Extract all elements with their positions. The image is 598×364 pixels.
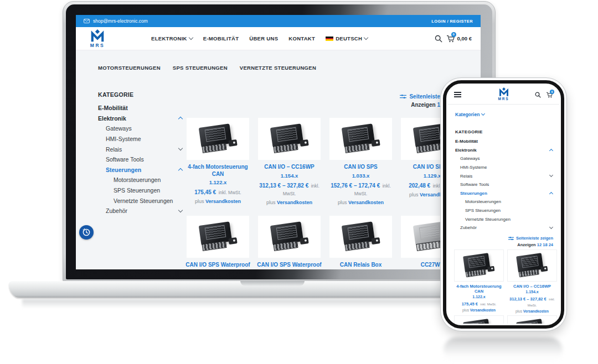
- product-image[interactable]: [507, 315, 557, 324]
- nav-item-elektronik[interactable]: ELEKTRONIK: [151, 35, 193, 41]
- device-photo: [340, 221, 382, 252]
- category-subnav: MOTORSTEUERUNGEN SPS STEUERUNGEN VERNETZ…: [98, 65, 316, 71]
- product-name-link[interactable]: 4-fach Motorsteuerung CAN: [453, 284, 504, 294]
- search-icon[interactable]: [535, 92, 541, 98]
- sidebar-item-zubehoer[interactable]: Zubehör: [98, 206, 182, 216]
- sidebar-item-emobilitaet[interactable]: E-Mobilität: [455, 137, 553, 146]
- subnav-vernetzte-steuerungen[interactable]: VERNETZTE STEUERUNGEN: [240, 65, 316, 71]
- device-photo: [269, 123, 311, 154]
- subnav-motorsteuerungen[interactable]: MOTORSTEUERUNGEN: [98, 65, 161, 71]
- delivery-time-widget[interactable]: [79, 225, 94, 240]
- shipping-note: plus Versandkosten: [325, 200, 396, 205]
- product-price: 175,45 € inkl. MwSt.: [182, 188, 254, 196]
- mrs-logo-icon: [89, 29, 106, 43]
- header-icons: 0 0,00 €: [435, 35, 472, 43]
- sidebar-item-vernetzte-steuerungen[interactable]: Vernetzte Steuerungen: [455, 215, 553, 223]
- sidebar-item-hmi-systeme[interactable]: HMI-Systeme: [98, 134, 182, 144]
- product-grid: 4-fach Motorsteuerung CAN 1.122.x 175,45…: [182, 118, 468, 269]
- category-sidebar: KATEGORIE E-Mobilität Elektronik Gateway…: [98, 91, 182, 216]
- product-name-link[interactable]: CAN I/O SPS Waterproof PRO V2: [254, 262, 325, 269]
- phone-frame: MRS 0 Kategorien KATEGORIE E-Mobilität E…: [443, 80, 564, 329]
- sidebar-toggle-link[interactable]: Seitenleiste zeigen: [508, 236, 553, 241]
- cart-button[interactable]: 0 0,00 €: [446, 35, 472, 43]
- shipping-note: plus Versandkosten: [507, 309, 558, 313]
- shipping-note: plus Versandkosten: [453, 308, 504, 312]
- product-card[interactable]: CAN I/O SPS 1.033.x 152,76 € – 172,74 € …: [325, 118, 396, 216]
- sidebar-item-vernetzte-steuerungen[interactable]: Vernetzte Steuerungen: [98, 195, 182, 206]
- sidebar-item-steuerungen[interactable]: Steuerungen: [98, 165, 182, 175]
- product-name-link[interactable]: CAN I/O – CC16WP: [507, 284, 558, 289]
- topbar-email-link[interactable]: shop@mrs-electronic.com: [93, 18, 148, 24]
- nav-item-emobilitaet[interactable]: E-MOBILITÄT: [203, 35, 239, 41]
- cart-button[interactable]: 0: [546, 92, 553, 98]
- shipping-link[interactable]: Versandkosten: [523, 309, 549, 313]
- sidebar-item-relais[interactable]: Relais: [98, 144, 182, 154]
- clock-icon: [82, 228, 91, 237]
- topbar: shop@mrs-electronic.com LOGIN / REGISTER: [76, 15, 481, 27]
- mrs-logo[interactable]: MRS: [89, 29, 106, 48]
- sidebar-item-hmi-systeme[interactable]: HMI-Systeme: [455, 163, 553, 172]
- device-photo: [462, 319, 496, 324]
- flag-de-icon: [326, 37, 333, 41]
- product-card[interactable]: CAN I/O SPS Waterproof PRO V2: [254, 216, 325, 269]
- product-number: 1.033.x: [325, 173, 396, 179]
- shipping-note: plus Versandkosten: [182, 199, 254, 204]
- sidebar-item-motorsteuerungen[interactable]: Motorsteuerungen: [98, 175, 182, 185]
- kategorien-dropdown[interactable]: Kategorien: [455, 112, 484, 117]
- product-card[interactable]: CAN Relais Box 1.047.x: [325, 216, 396, 269]
- sidebar-item-sps-steuerungen[interactable]: SPS Steuerungen: [98, 185, 182, 196]
- sidebar-item-emobilitaet[interactable]: E-Mobilität: [98, 103, 182, 113]
- chevron-down-icon: [189, 35, 193, 40]
- sidebar-item-relais[interactable]: Relais: [455, 171, 553, 180]
- listing-toolbar: Seitenleiste Anzeigen 1: [400, 93, 440, 108]
- product-name-link[interactable]: CAN I/O SPS: [325, 164, 396, 171]
- login-register-link[interactable]: LOGIN / REGISTER: [431, 19, 473, 24]
- nav-item-kontakt[interactable]: KONTAKT: [288, 35, 315, 41]
- shipping-link[interactable]: Versandkosten: [277, 200, 312, 205]
- hamburger-menu-icon[interactable]: [454, 91, 461, 98]
- scene: shop@mrs-electronic.com LOGIN / REGISTER…: [0, 0, 598, 364]
- product-card[interactable]: CAN I/O – CC16WP 1.154.x 312,13 € – 327,…: [507, 249, 558, 313]
- cart-badge: 0: [550, 90, 554, 94]
- sidebar-item-steuerungen[interactable]: Steuerungen: [455, 189, 553, 198]
- chevron-down-icon: [549, 173, 553, 177]
- sidebar-item-software-tools[interactable]: Software Tools: [455, 180, 553, 189]
- language-selector[interactable]: DEUTSCH: [326, 35, 368, 41]
- product-card[interactable]: 4-fach Motorsteuerung CAN 1.122.x 175,45…: [453, 249, 504, 313]
- sidebar-item-sps-steuerungen[interactable]: SPS Steuerungen: [455, 206, 553, 215]
- envelope-icon: [84, 19, 90, 23]
- product-image: [329, 216, 392, 258]
- mrs-logo[interactable]: MRS: [498, 87, 510, 101]
- shipping-link[interactable]: Versandkosten: [348, 200, 384, 205]
- sidebar-item-elektronik[interactable]: Elektronik: [455, 146, 553, 155]
- shipping-link[interactable]: Versandkosten: [205, 199, 241, 204]
- product-name-link[interactable]: CAN Relais Box: [325, 262, 396, 269]
- product-image: [258, 216, 321, 258]
- product-name-link[interactable]: CAN I/O – CC16WP: [254, 164, 325, 171]
- listing-toolbar: Seitenleiste zeigen Anzeigen 12 18 24: [508, 236, 553, 247]
- product-number: 1.122.x: [182, 179, 254, 185]
- sidebar-item-software-tools[interactable]: Software Tools: [98, 154, 182, 165]
- product-image: [329, 118, 392, 160]
- product-image[interactable]: [454, 315, 504, 324]
- sidebar-item-motorsteuerungen[interactable]: Motorsteuerungen: [455, 197, 553, 206]
- per-page-control: Anzeigen 12 18 24: [508, 242, 553, 247]
- product-name-link[interactable]: 4-fach Motorsteuerung CAN: [182, 164, 254, 178]
- product-image: [258, 118, 321, 160]
- product-card[interactable]: CAN I/O SPS Waterproof 1.053.x: [182, 216, 254, 269]
- nav-item-ueber-uns[interactable]: ÜBER UNS: [249, 35, 278, 41]
- sidebar-item-gateways[interactable]: Gateways: [98, 123, 182, 134]
- sidebar-item-elektronik[interactable]: Elektronik: [98, 113, 182, 124]
- shipping-link[interactable]: Versandkosten: [470, 308, 496, 312]
- sidebar-item-zubehoer[interactable]: Zubehör: [455, 223, 553, 232]
- subnav-sps-steuerungen[interactable]: SPS STEUERUNGEN: [173, 65, 228, 71]
- search-icon[interactable]: [435, 35, 442, 43]
- product-number: 1.154.x: [254, 173, 325, 179]
- cart-total: 0,00 €: [457, 35, 472, 41]
- product-name-link[interactable]: CAN I/O SPS Waterproof: [182, 262, 254, 269]
- product-card[interactable]: 4-fach Motorsteuerung CAN 1.122.x 175,45…: [182, 118, 254, 216]
- per-page-options[interactable]: 12 18 24: [537, 242, 553, 247]
- sidebar-item-gateways[interactable]: Gateways: [455, 154, 553, 163]
- product-card[interactable]: CAN I/O – CC16WP 1.154.x 312,13 € – 327,…: [254, 118, 325, 216]
- sidebar-toggle-link[interactable]: Seitenleiste: [400, 93, 440, 100]
